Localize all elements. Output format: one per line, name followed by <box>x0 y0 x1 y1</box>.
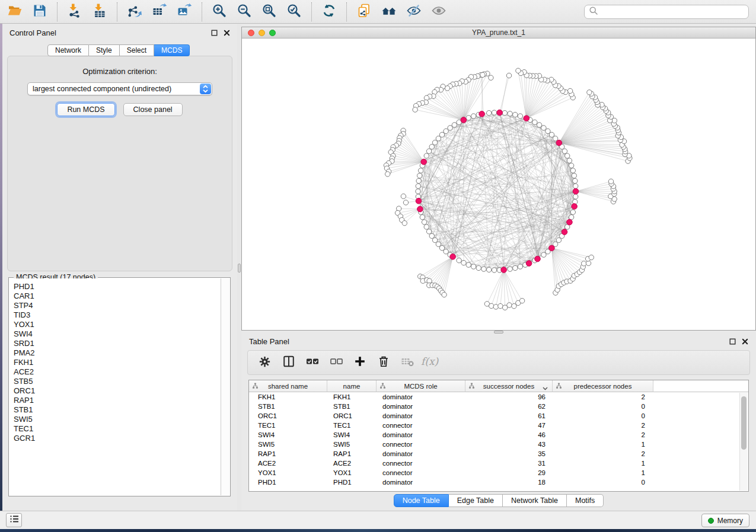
mcds-result-item[interactable]: TEC1 <box>14 424 221 434</box>
select-all-button[interactable] <box>301 352 323 373</box>
save-button[interactable] <box>27 2 52 22</box>
mcds-result-item[interactable]: SWI5 <box>14 415 221 424</box>
maximize-window-button[interactable] <box>269 30 276 36</box>
column-header-name[interactable]: name <box>327 380 377 392</box>
table-row[interactable]: PHD1PHD1dominator180 <box>249 477 748 487</box>
tab-edge-table[interactable]: Edge Table <box>449 494 503 507</box>
first-neighbors-button[interactable] <box>377 2 401 22</box>
tab-style[interactable]: Style <box>89 44 120 56</box>
column-header-predecessor-nodes[interactable]: predecessor nodes <box>553 380 653 392</box>
mcds-result-item[interactable]: STB1 <box>14 405 221 415</box>
optimization-criterion-select[interactable]: largest connected component (undirected) <box>27 82 212 95</box>
tab-network[interactable]: Network <box>47 44 89 56</box>
float-panel-icon[interactable] <box>729 338 736 345</box>
table-row[interactable]: SWI4SWI4dominator462 <box>249 430 748 440</box>
zoom-out-button[interactable] <box>232 2 257 22</box>
mcds-result-item[interactable]: FKH1 <box>14 358 221 367</box>
table-cell: 18 <box>465 479 553 486</box>
network-graph[interactable] <box>242 39 755 330</box>
show-all-button[interactable] <box>426 2 451 22</box>
mcds-result-item[interactable]: YOX1 <box>14 320 221 329</box>
table-row[interactable]: TEC1TEC1connector472 <box>249 421 748 430</box>
table-row[interactable]: STB1STB1dominator620 <box>249 402 748 411</box>
mcds-result-item[interactable]: STB5 <box>14 377 221 386</box>
export-image-button[interactable] <box>172 2 197 22</box>
table-cell: RAP1 <box>249 450 327 457</box>
gear-button[interactable] <box>254 352 276 373</box>
add-button[interactable] <box>349 352 371 373</box>
minimize-window-button[interactable] <box>259 30 265 36</box>
table-row[interactable]: RAP1RAP1dominator352 <box>249 449 748 459</box>
status-bar: Memory <box>0 511 756 529</box>
tab-network-table[interactable]: Network Table <box>503 494 567 507</box>
mcds-result-item[interactable]: SRD1 <box>14 339 221 348</box>
table-row[interactable]: ORC1ORC1dominator610 <box>249 411 748 421</box>
network-canvas[interactable] <box>242 39 755 330</box>
close-window-button[interactable] <box>248 30 254 36</box>
splitter-handle[interactable] <box>238 264 241 273</box>
mcds-result-item[interactable]: ORC1 <box>14 386 221 396</box>
vertical-splitter[interactable] <box>237 24 241 511</box>
table-cell: connector <box>377 422 465 429</box>
tab-mcds[interactable]: MCDS <box>154 44 190 56</box>
mcds-result-item[interactable]: PHD1 <box>14 282 221 291</box>
export-network-button[interactable] <box>122 2 147 22</box>
table-cell: 61 <box>465 412 553 419</box>
column-header-shared-name[interactable]: shared name <box>249 380 327 392</box>
export-table-button[interactable] <box>147 2 172 22</box>
delete-button[interactable] <box>372 352 394 373</box>
run-mcds-button[interactable]: Run MCDS <box>57 103 114 116</box>
memory-button[interactable]: Memory <box>701 514 749 527</box>
column-header-successor-nodes[interactable]: successor nodes <box>465 380 553 392</box>
mcds-result-item[interactable]: RAP1 <box>14 396 221 405</box>
mcds-result-item[interactable]: ACE2 <box>14 367 221 377</box>
table-cell: 2 <box>553 393 653 400</box>
table-row[interactable]: YOX1YOX1connector291 <box>249 468 748 477</box>
refresh-button[interactable] <box>317 2 342 22</box>
tab-select[interactable]: Select <box>120 44 154 56</box>
task-history-button[interactable] <box>6 513 22 527</box>
close-panel-button[interactable]: Close panel <box>123 103 183 116</box>
network-window-title: YPA_prune.txt_1 <box>472 28 525 37</box>
tab-node-table[interactable]: Node Table <box>394 494 449 507</box>
zoom-in-button[interactable] <box>207 2 232 22</box>
zoom-fit-button[interactable] <box>257 2 282 22</box>
column-header-MCDS-role[interactable]: MCDS role <box>377 380 465 392</box>
import-table-button[interactable] <box>87 2 112 22</box>
import-network-button[interactable] <box>62 2 87 22</box>
float-panel-icon[interactable] <box>210 29 218 36</box>
mcds-result-item[interactable]: GCR1 <box>14 434 221 443</box>
mcds-result-item[interactable]: STP4 <box>14 301 221 310</box>
mcds-result-item[interactable]: SWI4 <box>14 329 221 339</box>
table-cell: dominator <box>377 450 465 457</box>
mcds-result-item[interactable]: CAR1 <box>14 291 221 301</box>
table-row[interactable]: FKH1FKH1dominator962 <box>249 392 748 402</box>
table-row[interactable]: ACE2ACE2connector311 <box>249 459 748 468</box>
table-cell: STB1 <box>249 403 327 410</box>
table-cell: 62 <box>465 403 553 410</box>
copy-style-button[interactable] <box>352 2 377 22</box>
table-scrollbar-thumb[interactable] <box>741 396 747 450</box>
zoom-selected-button[interactable] <box>282 2 307 22</box>
mcds-result-item[interactable]: TID3 <box>14 310 221 320</box>
open-button[interactable] <box>2 2 27 22</box>
deselect-all-button[interactable] <box>325 352 347 373</box>
table-scrollbar[interactable] <box>739 393 748 491</box>
table-cell: 1 <box>553 441 653 448</box>
sort-chevron-icon[interactable] <box>543 384 548 392</box>
table-row[interactable]: SWI5SWI5connector431 <box>249 440 748 449</box>
zoom-selected-icon <box>286 3 302 21</box>
optimization-criterion-value: largest connected component (undirected) <box>33 85 171 93</box>
mcds-result-item[interactable]: PMA2 <box>14 348 221 358</box>
mcds-result-scrollbar[interactable] <box>221 278 229 495</box>
close-panel-icon[interactable] <box>741 338 748 345</box>
tab-motifs[interactable]: Motifs <box>567 494 604 507</box>
close-panel-icon[interactable] <box>223 29 230 36</box>
search-input[interactable] <box>601 7 748 17</box>
mcds-result-list[interactable]: PHD1CAR1STP4TID3YOX1SWI4SRD1PMA2FKH1ACE2… <box>9 278 221 495</box>
control-panel-title: Control Panel <box>9 28 210 37</box>
hide-selected-button[interactable] <box>401 2 426 22</box>
network-window-titlebar[interactable]: YPA_prune.txt_1 <box>242 27 755 39</box>
search-box[interactable] <box>584 5 749 19</box>
columns-button[interactable] <box>277 352 299 373</box>
